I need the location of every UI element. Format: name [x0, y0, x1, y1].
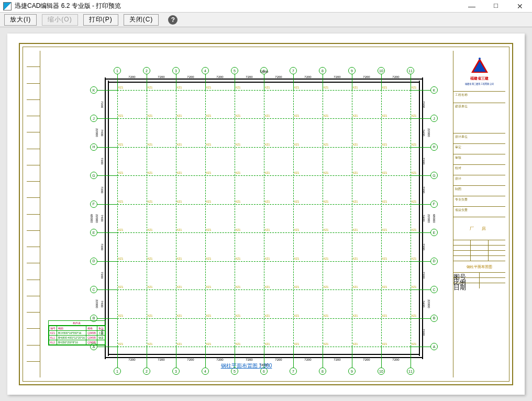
tb-meta: 日期	[453, 283, 480, 288]
column-label: KZ1	[236, 171, 240, 174]
column-label: KZ1	[324, 342, 328, 346]
zoom-in-button[interactable]: 放大(I)	[4, 14, 37, 26]
column-label: KZ1	[412, 285, 416, 288]
dimension-text: 7300	[422, 261, 425, 289]
column-label: KZ1	[148, 314, 152, 317]
sched-cell: 钢梁	[97, 336, 105, 340]
maximize-button[interactable]: ☐	[484, 0, 508, 13]
column-label: KZ1	[206, 257, 211, 260]
paper-sheet[interactable]: 福建省三建 福建省第三建筑工程有限公司 工程名称 建设单位 设计单位 审定 审核…	[7, 34, 525, 395]
sched-cell: BOX500*16*550*16	[57, 331, 86, 336]
close-button[interactable]: 关闭(C)	[124, 14, 159, 26]
gridline-v	[264, 90, 264, 347]
column-label: KZ1	[353, 342, 358, 346]
dimension-text: 7300	[101, 147, 104, 175]
dimension-text: 7300	[101, 90, 104, 118]
gridline-v	[235, 90, 235, 347]
dimension-text: 7400	[422, 204, 425, 232]
gridline-v	[147, 90, 147, 347]
gridline-v	[411, 90, 411, 347]
tb-label: 制图	[453, 186, 505, 196]
column-label: KZ1	[118, 114, 123, 117]
dimension-text: 7200	[176, 75, 205, 79]
column-label: KZ1	[177, 86, 182, 89]
column-label: KZ1	[148, 257, 152, 260]
column-label: KZ1	[148, 200, 152, 203]
dimension-text: 7300	[101, 175, 104, 204]
column-label: KZ1	[236, 86, 240, 89]
dimension-text: 7200	[205, 75, 235, 79]
gridline-v	[352, 90, 352, 347]
tb-owner: 厂 房	[453, 217, 505, 240]
sched-cell: BH350*250*8*16	[57, 340, 86, 345]
dimension-text: 7300	[422, 175, 425, 204]
column-label: KZ1	[118, 171, 123, 174]
column-label: KZ1	[324, 143, 328, 146]
structural-grid: 11223344556677889910101111KKJJHHGGFFEEDD…	[117, 90, 411, 347]
gridline-v	[176, 90, 176, 347]
tb-label: 审核	[453, 154, 505, 165]
dimension-text: 7300	[422, 318, 425, 347]
dimension-text: 7300	[101, 261, 104, 289]
dimension-text: 7200	[117, 75, 147, 79]
column-label: KZ1	[177, 314, 182, 317]
gridline-h	[117, 318, 411, 319]
column-label: KZ1	[412, 143, 416, 146]
column-label: KZ1	[412, 228, 416, 231]
column-label: KZ1	[265, 143, 270, 146]
dimension-text: 7200	[264, 358, 293, 361]
column-label: KZ1	[148, 228, 152, 231]
column-label: KZ1	[412, 342, 416, 346]
column-label: KZ1	[148, 342, 152, 346]
column-label: KZ1	[265, 114, 270, 117]
dimension-text: 7300	[422, 232, 425, 261]
dimension-text: 7400	[101, 289, 104, 318]
gridline-h	[117, 289, 411, 290]
dimension-text: 7300	[101, 232, 104, 261]
column-label: KZ1	[412, 86, 416, 89]
column-label: KZ1	[236, 314, 240, 317]
column-label: KZ1	[206, 86, 211, 89]
column-label: KZ1	[382, 228, 387, 231]
gridline-h	[117, 147, 411, 148]
column-label: KZ1	[236, 257, 240, 260]
close-window-button[interactable]: ✕	[508, 0, 532, 13]
column-label: KZ1	[177, 200, 182, 203]
minimize-button[interactable]: —	[460, 0, 484, 13]
column-label: KZ1	[324, 114, 328, 117]
column-label: KZ1	[382, 314, 387, 317]
column-label: KZ1	[206, 314, 211, 317]
sched-cell: Q345B	[86, 336, 97, 340]
column-label: KZ1	[206, 143, 211, 146]
sched-cell: Q345B	[86, 340, 97, 345]
zoom-out-button: 缩小(O)	[42, 14, 77, 26]
column-label: KZ1	[148, 143, 152, 146]
dimension-text: 7300	[422, 90, 425, 118]
sched-cell: KZ1	[49, 331, 57, 336]
gridline-v	[117, 90, 118, 347]
column-label: KZ1	[324, 257, 328, 260]
column-label: KZ1	[265, 171, 270, 174]
column-label: KZ1	[206, 285, 211, 288]
dimension-text: 7400	[422, 289, 425, 318]
sched-cell	[97, 340, 105, 345]
tb-label: 项目负责	[453, 207, 505, 217]
drawing-frame-outer: 福建省三建 福建省第三建筑工程有限公司 工程名称 建设单位 设计单位 审定 审核…	[19, 43, 513, 385]
column-label: KZ1	[353, 257, 358, 260]
column-label: KZ1	[412, 314, 416, 317]
column-label: KZ1	[177, 342, 182, 346]
column-label: KZ1	[148, 285, 152, 288]
tb-label: 设计单位	[453, 133, 505, 144]
dimension-text: 7200	[117, 358, 147, 361]
print-button[interactable]: 打印(P)	[83, 14, 118, 26]
dimension-text: 7200	[293, 75, 323, 79]
sched-col: 规格	[86, 326, 97, 331]
sched-cell: KL2	[49, 340, 57, 345]
drawing-frame-inner: 福建省三建 福建省第三建筑工程有限公司 工程名称 建设单位 设计单位 审定 审核…	[23, 47, 509, 382]
help-icon[interactable]: ?	[168, 15, 178, 25]
column-label: KZ1	[177, 114, 182, 117]
dimension-text: 7400	[422, 118, 425, 147]
gridline-h	[117, 90, 411, 91]
dimension-text: 7200	[176, 358, 205, 361]
dimension-text: 7200	[235, 75, 264, 79]
